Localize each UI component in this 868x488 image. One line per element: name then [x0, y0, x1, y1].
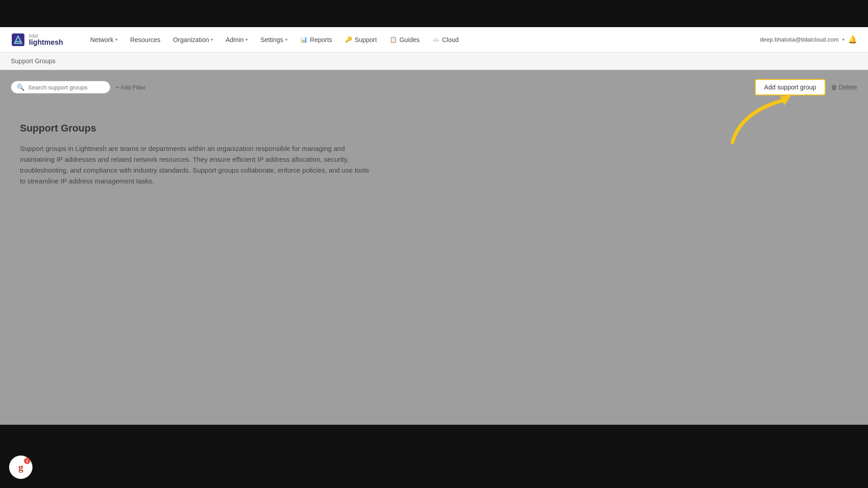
search-icon: 🔍 [17, 84, 24, 91]
grammarly-badge[interactable]: g 1 [9, 455, 33, 479]
search-box[interactable]: 🔍 [11, 81, 110, 94]
nav-resources-label: Resources [130, 36, 160, 43]
nav-guides-label: Guides [400, 36, 420, 43]
nav-reports[interactable]: 📊 Reports [295, 33, 338, 46]
guides-icon: 📋 [390, 36, 397, 43]
info-section: Support Groups Support groups in Lightme… [20, 122, 373, 187]
nav-network[interactable]: Network ▾ [85, 33, 123, 46]
svg-marker-3 [780, 95, 791, 105]
nav-admin[interactable]: Admin ▾ [220, 33, 253, 46]
reports-icon: 📊 [300, 36, 307, 43]
delete-icon: 🗑 [831, 84, 837, 91]
toolbar-left: 🔍 + Add Filter [11, 81, 146, 94]
info-description: Support groups in Lightmesh are teams or… [20, 143, 373, 187]
nav-network-label: Network [90, 36, 113, 43]
main-content-wrapper: tidal lightmesh Network ▾ Resources Orga… [0, 27, 868, 425]
user-email[interactable]: deep.bhalotia@tidalcloud.com [760, 36, 839, 43]
nav-organization-label: Organization [173, 36, 209, 43]
info-section-wrapper: Support Groups Support groups in Lightme… [11, 122, 857, 187]
nav-support-label: Support [355, 36, 377, 43]
navbar: tidal lightmesh Network ▾ Resources Orga… [0, 27, 868, 52]
logo-icon [11, 33, 25, 47]
logo-product: lightmesh [29, 38, 63, 47]
top-black-bar [0, 0, 868, 27]
cloud-icon: ☁️ [432, 36, 439, 43]
logo-brand: tidal [29, 33, 63, 38]
logo[interactable]: tidal lightmesh [11, 33, 63, 47]
page-title: Support Groups [11, 57, 56, 65]
nav-reports-label: Reports [310, 36, 332, 43]
nav-admin-label: Admin [226, 36, 244, 43]
nav-settings-label: Settings [260, 36, 283, 43]
nav-cloud-label: Cloud [442, 36, 459, 43]
nav-right: deep.bhalotia@tidalcloud.com ▾ 🔔 [760, 35, 857, 44]
add-filter-button[interactable]: + Add Filter [116, 84, 146, 91]
search-input[interactable] [28, 84, 104, 91]
grammarly-notification: 1 [24, 458, 30, 464]
nav-settings[interactable]: Settings ▾ [255, 33, 293, 46]
content-area: 🔍 + Add Filter Add support group 🗑 Delet… [0, 70, 868, 196]
nav-items: Network ▾ Resources Organization ▾ Admin… [85, 33, 760, 46]
nav-support[interactable]: 🔑 Support [340, 33, 382, 46]
nav-organization-chevron: ▾ [211, 37, 213, 42]
page-header: Support Groups [0, 52, 868, 70]
grammarly-letter: g [19, 461, 24, 473]
nav-guides[interactable]: 📋 Guides [384, 33, 425, 46]
info-title: Support Groups [20, 122, 373, 134]
nav-network-chevron: ▾ [115, 37, 118, 42]
user-dropdown-chevron: ▾ [842, 37, 844, 42]
toolbar-right: Add support group 🗑 Delete [755, 79, 857, 95]
delete-label: Delete [839, 84, 857, 91]
support-icon: 🔑 [345, 36, 352, 43]
delete-button[interactable]: 🗑 Delete [831, 84, 857, 91]
bottom-black-bar [0, 425, 868, 488]
nav-resources[interactable]: Resources [125, 33, 166, 46]
logo-text-group: tidal lightmesh [29, 33, 63, 47]
nav-cloud[interactable]: ☁️ Cloud [427, 33, 464, 46]
add-support-group-button[interactable]: Add support group [755, 79, 825, 95]
nav-organization[interactable]: Organization ▾ [168, 33, 218, 46]
nav-admin-chevron: ▾ [245, 37, 248, 42]
nav-settings-chevron: ▾ [285, 37, 288, 42]
bell-icon[interactable]: 🔔 [848, 35, 857, 44]
toolbar: 🔍 + Add Filter Add support group 🗑 Delet… [11, 79, 857, 95]
